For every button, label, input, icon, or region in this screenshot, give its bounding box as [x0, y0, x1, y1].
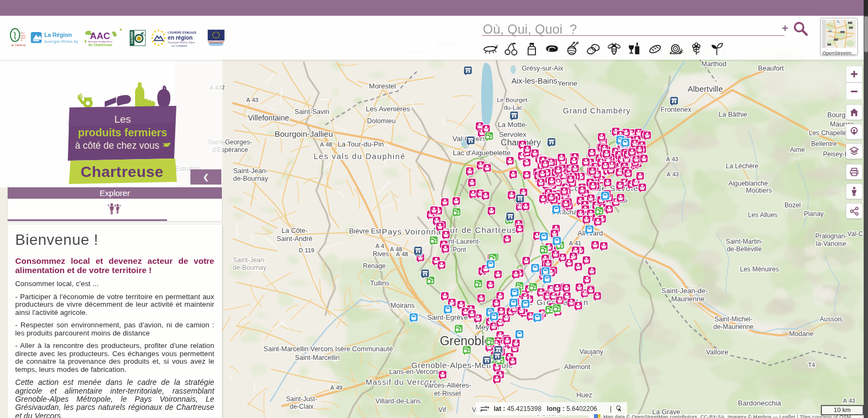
svg-text:Grésy-sur-Aix: Grésy-sur-Aix: [522, 65, 564, 72]
svg-text:Villefontaine: Villefontaine: [248, 113, 289, 122]
svg-text:Auvergne-Rhône-Alpes: Auvergne-Rhône-Alpes: [44, 40, 78, 44]
svg-text:Saint-Marcellin Vercors Isère: Saint-Marcellin Vercors Isère Communauté: [264, 345, 393, 353]
svg-text:Saint-Marcellin: Saint-Marcellin: [295, 354, 340, 362]
svg-text:Saint-Jean-de-: Saint-Jean-de-: [661, 287, 707, 295]
svg-text:Aigueblanche: Aigueblanche: [729, 180, 768, 187]
svg-text:la-Vanoise: la-Vanoise: [816, 240, 846, 248]
svg-text:A 48: A 48: [390, 246, 403, 252]
svg-text:Allemont: Allemont: [564, 363, 591, 371]
svg-text:Les Ménuires: Les Ménuires: [740, 265, 779, 273]
svg-text:L'EUROPE S'ENGAGE: L'EUROPE S'ENGAGE: [168, 31, 196, 34]
svg-text:Beaufort: Beaufort: [758, 65, 784, 72]
svg-text:Les vals du Dauphiné: Les vals du Dauphiné: [314, 152, 405, 161]
svg-text:Le Bourget-: Le Bourget-: [497, 97, 529, 103]
svg-text:Saint-Martin-: Saint-Martin-: [726, 238, 763, 245]
svg-text:D 119: D 119: [299, 247, 315, 254]
svg-text:Huez: Huez: [576, 391, 592, 399]
svg-text:et-Risset: et-Risset: [434, 390, 461, 397]
svg-text:Saint-André: Saint-André: [277, 235, 312, 243]
svg-text:La Bâthie: La Bâthie: [719, 111, 748, 118]
svg-text:AAC: AAC: [90, 30, 110, 41]
svg-text:Les: Les: [114, 113, 131, 125]
svg-text:A 43: A 43: [843, 397, 856, 404]
svg-text:Modane: Modane: [789, 330, 813, 338]
svg-text:Villard-de-Lans: Villard-de-Lans: [375, 397, 421, 405]
svg-text:Dolomieu: Dolomieu: [367, 117, 396, 125]
svg-text:Moirans: Moirans: [391, 302, 414, 309]
svg-text:Bellentre: Bellentre: [811, 140, 837, 148]
svg-text:La Tour-du-Pin: La Tour-du-Pin: [337, 140, 384, 148]
svg-text:Bourgoin-Jallieu: Bourgoin-Jallieu: [275, 129, 333, 138]
svg-text:Renage: Renage: [363, 262, 386, 270]
svg-text:Lans-en-Vercors: Lans-en-Vercors: [389, 368, 439, 376]
svg-text:de-Maurienne: de-Maurienne: [713, 323, 754, 331]
svg-text:produits fermiers: produits fermiers: [78, 126, 167, 138]
svg-text:Grand Chambéry: Grand Chambéry: [563, 106, 630, 115]
svg-text:Albertville: Albertville: [687, 84, 723, 93]
svg-text:La Motte-: La Motte-: [498, 121, 528, 129]
svg-text:La Région: La Région: [44, 31, 72, 38]
svg-text:Maurienne: Maurienne: [671, 295, 704, 303]
svg-text:Parc: Parc: [21, 31, 25, 34]
svg-text:T4: T4: [808, 362, 816, 368]
svg-text:Saint-Jean-: Saint-Jean-: [233, 167, 268, 175]
svg-text:Lac d'Aiguebelette: Lac d'Aiguebelette: [453, 149, 511, 157]
svg-text:A 43: A 43: [666, 156, 679, 162]
svg-text:en région: en région: [168, 35, 193, 41]
svg-text:de-Bournay: de-Bournay: [233, 264, 266, 271]
svg-text:Tullins: Tullins: [370, 280, 390, 287]
svg-text:à côté de chez vous: à côté de chez vous: [75, 140, 159, 151]
svg-text:Chartreuse: Chartreuse: [81, 163, 164, 180]
svg-text:Aix-les-Bains: Aix-les-Bains: [512, 77, 558, 85]
svg-text:Vif: Vif: [438, 406, 446, 414]
svg-text:de Chartreuse: de Chartreuse: [11, 44, 26, 47]
svg-text:Bozel: Bozel: [784, 201, 801, 209]
svg-text:de-Bournay: de-Bournay: [233, 175, 269, 182]
svg-text:de: de: [21, 39, 23, 41]
svg-text:LEADER: LEADER: [130, 31, 133, 43]
svg-text:A 41: A 41: [569, 240, 582, 246]
svg-text:Les Avenières: Les Avenières: [366, 105, 410, 113]
svg-text:La Léchère: La Léchère: [726, 162, 758, 170]
svg-text:Vaujany: Vaujany: [579, 348, 604, 356]
svg-text:Aime: Aime: [790, 146, 805, 154]
svg-text:Auvergne-Rhône-Alpes: Auvergne-Rhône-Alpes: [168, 41, 195, 44]
svg-text:A 43: A 43: [246, 97, 259, 103]
svg-text:Morestel: Morestel: [369, 82, 396, 90]
svg-text:Saint-Just-: Saint-Just-: [286, 395, 317, 403]
svg-text:Moûtiers: Moûtiers: [746, 187, 772, 194]
svg-text:Saint-Michel-: Saint-Michel-: [714, 315, 752, 323]
svg-text:Bardonecchia: Bardonecchia: [738, 399, 781, 407]
svg-text:de-Belleville: de-Belleville: [727, 245, 762, 253]
svg-text:La Côte-: La Côte-: [282, 227, 308, 235]
svg-text:Rives: Rives: [373, 250, 389, 258]
svg-text:Les Chapelles: Les Chapelles: [809, 129, 850, 137]
svg-text:Valloire: Valloire: [706, 349, 729, 356]
svg-text:Bièvre Est: Bièvre Est: [349, 227, 381, 235]
svg-text:Frontenex: Frontenex: [661, 106, 692, 113]
svg-text:Servolex: Servolex: [499, 130, 527, 138]
svg-text:Varces-Allières-: Varces-Allières-: [424, 382, 471, 389]
svg-text:A 4: A 4: [375, 243, 385, 249]
svg-text:Les Allues: Les Allues: [748, 211, 778, 219]
svg-text:de-Claix: de-Claix: [290, 403, 314, 410]
svg-text:Aussois: Aussois: [820, 315, 843, 323]
svg-text:du-Lac: du-Lac: [503, 104, 522, 111]
svg-text:A 43: A 43: [667, 171, 679, 178]
svg-text:Saint-Savin: Saint-Savin: [295, 108, 329, 116]
svg-text:Saint-Jean-: Saint-Jean-: [233, 256, 266, 264]
svg-text:A 48: A 48: [320, 141, 333, 148]
svg-text:Pralognan-: Pralognan-: [815, 232, 847, 240]
svg-text:A 49: A 49: [330, 384, 343, 391]
svg-text:Yenne: Yenne: [558, 79, 577, 87]
svg-text:avec le FEADER: avec le FEADER: [171, 45, 187, 47]
svg-text:Marthod: Marthod: [701, 60, 726, 68]
svg-text:Planay: Planay: [804, 210, 824, 218]
svg-text:de Chartreuse: de Chartreuse: [88, 43, 112, 47]
